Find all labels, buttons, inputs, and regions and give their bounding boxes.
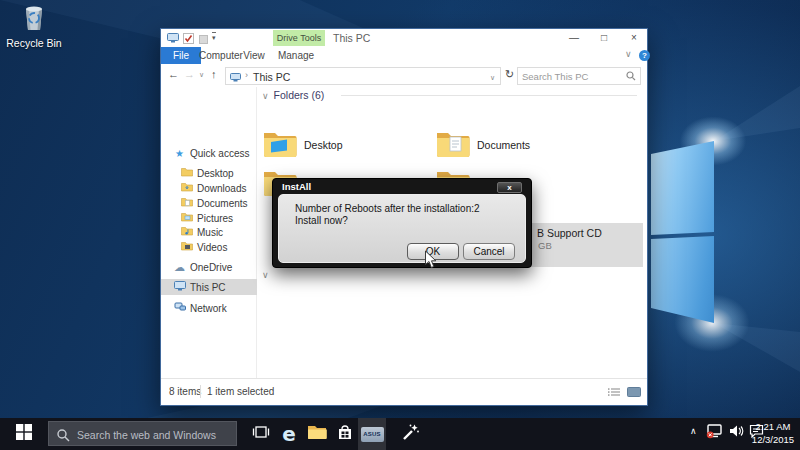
sidebar-item-this-pc[interactable]: This PC [161, 279, 268, 295]
devices-group-collapse-icon[interactable]: ∨ [262, 270, 269, 280]
items-count: 8 items [169, 386, 201, 397]
help-button[interactable]: ? [639, 50, 650, 61]
breadcrumb-location[interactable]: This PC [253, 71, 290, 83]
music-folder-icon [180, 226, 193, 238]
magic-wand-icon [400, 422, 420, 446]
dialog-close-button[interactable]: x [497, 182, 522, 193]
quick-access-star-icon: ★ [173, 148, 186, 159]
folder-icon [180, 182, 193, 194]
taskbar: e ASUS ∧ 2:21 AM 12/3/2015 [0, 418, 800, 450]
task-view-icon [252, 425, 270, 443]
minimize-button[interactable]: — [559, 29, 589, 46]
address-row: ← → ∨ ↑ › This PC ∨ ↻ [161, 64, 647, 88]
folder-icon [180, 167, 193, 179]
address-dropdown-icon[interactable]: ∨ [490, 74, 495, 82]
collapse-group-icon[interactable]: ∨ [262, 91, 269, 101]
windows-hero-logo [648, 136, 718, 328]
file-explorer-button[interactable] [304, 418, 330, 450]
recycle-bin-shortcut[interactable]: Recycle Bin [6, 4, 62, 49]
start-button[interactable] [0, 418, 48, 450]
refresh-button[interactable]: ↻ [505, 68, 514, 81]
window-title: This PC [333, 32, 370, 44]
forward-button[interactable]: → [184, 68, 195, 80]
thumbnail-view-button[interactable] [627, 387, 641, 399]
network-status-icon[interactable] [706, 424, 723, 443]
store-icon [336, 423, 354, 445]
onedrive-cloud-icon: ☁ [173, 261, 186, 274]
asus-app-button[interactable]: ASUS [358, 418, 386, 450]
videos-folder-icon [180, 241, 193, 253]
drive-tools-contextual-tab[interactable]: Drive Tools [273, 30, 325, 46]
clock-date: 12/3/2015 [750, 434, 796, 447]
taskbar-search-box[interactable] [48, 421, 237, 446]
qat-properties-icon[interactable] [183, 33, 194, 46]
folders-group-header[interactable]: ∨Folders (6) [262, 89, 324, 101]
edge-icon: e [282, 422, 296, 446]
this-pc-icon [230, 72, 241, 84]
sidebar-item-onedrive[interactable]: ☁ OneDrive [161, 259, 268, 275]
maximize-button[interactable]: □ [589, 29, 619, 46]
back-button[interactable]: ← [168, 68, 179, 80]
tab-view[interactable]: View [237, 47, 271, 64]
dialog-message-line2: Install now? [295, 215, 348, 226]
folder-icon [180, 212, 193, 224]
clock-time: 2:21 AM [750, 421, 796, 434]
qat-new-folder-icon[interactable] [199, 34, 208, 46]
desktop-folder-icon [263, 130, 297, 160]
tab-manage[interactable]: Manage [271, 47, 321, 64]
recycle-bin-label: Recycle Bin [6, 37, 62, 49]
taskbar-search-input[interactable] [75, 425, 234, 444]
documents-folder-icon [436, 130, 470, 160]
mouse-cursor [424, 250, 437, 273]
tab-file[interactable]: File [161, 47, 201, 64]
search-input[interactable] [520, 68, 624, 84]
dialog-title: InstAll [282, 181, 311, 192]
task-view-button[interactable] [248, 418, 274, 450]
up-button[interactable]: ↑ [211, 68, 217, 80]
taskbar-clock[interactable]: 2:21 AM 12/3/2015 [750, 421, 796, 446]
search-icon [57, 428, 70, 446]
network-icon [173, 302, 186, 314]
search-box[interactable] [517, 67, 641, 85]
tray-expand-icon[interactable]: ∧ [690, 426, 697, 436]
sidebar-item-network[interactable]: Network [161, 300, 268, 316]
details-view-button[interactable] [608, 387, 621, 399]
folder-tile-desktop[interactable]: Desktop [263, 131, 343, 159]
ribbon-tabs: File Computer View Manage ∨ ? [161, 47, 647, 65]
search-icon [626, 71, 636, 83]
ribbon-collapse-icon[interactable]: ∨ [625, 49, 632, 59]
address-bar[interactable]: › This PC ∨ [225, 67, 501, 85]
breadcrumb-separator: › [245, 70, 248, 80]
install-dialog: InstAll x Number of Reboots after the in… [272, 178, 532, 268]
selection-count: 1 item selected [207, 386, 274, 397]
windows-logo-icon [16, 424, 32, 444]
sidebar-item-quick-access[interactable]: ★ Quick access [161, 145, 268, 161]
asus-icon: ASUS [361, 427, 384, 442]
qat-customize-dropdown-icon[interactable]: ▾ [212, 32, 216, 42]
folder-tile-documents[interactable]: Documents [436, 131, 530, 159]
tab-computer[interactable]: Computer [199, 47, 237, 64]
recycle-bin-icon [21, 18, 47, 35]
store-button[interactable] [332, 418, 358, 450]
file-explorer-icon [307, 424, 327, 444]
status-bar: 8 items 1 item selected [161, 378, 647, 405]
edge-button[interactable]: e [276, 418, 302, 450]
title-bar[interactable]: ▾ Drive Tools This PC — □ × [161, 29, 647, 47]
installer-app-button[interactable] [396, 418, 424, 450]
qat-computer-icon[interactable] [167, 33, 179, 45]
cancel-button[interactable]: Cancel [463, 243, 515, 260]
navigation-pane: ★ Quick access Desktop Downloads Documen… [161, 87, 257, 379]
this-pc-icon [173, 281, 186, 293]
history-dropdown-icon[interactable]: ∨ [199, 71, 204, 79]
volume-icon[interactable] [729, 424, 744, 442]
group-divider [341, 95, 637, 96]
dialog-message-line1: Number of Reboots after the installation… [295, 203, 480, 214]
folder-icon [180, 197, 193, 209]
close-button[interactable]: × [619, 29, 649, 46]
